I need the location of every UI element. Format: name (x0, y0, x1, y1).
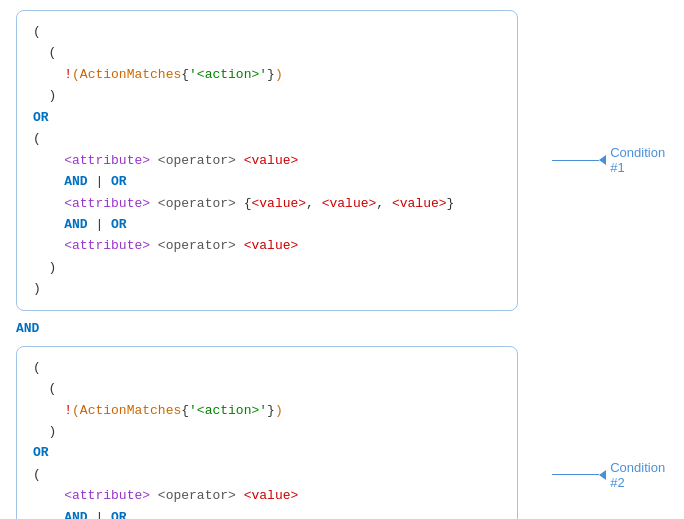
arrow-line-2 (552, 474, 599, 476)
code-line: ) (33, 85, 501, 106)
code-line: !(ActionMatches{'<action>'}) (33, 400, 501, 421)
arrow-line-1 (552, 160, 599, 162)
condition-block-2: ( ( !(ActionMatches{'<action>'}) ) OR ( … (16, 346, 518, 519)
code-line: ( (33, 42, 501, 63)
arrow-head-1 (599, 155, 606, 165)
code-line: ) (33, 278, 501, 299)
code-line: ( (33, 21, 501, 42)
code-line: ) (33, 421, 501, 442)
code-line: AND | OR (33, 214, 501, 235)
code-line: <attribute> <operator> <value> (33, 150, 501, 171)
and-separator: AND (16, 321, 518, 336)
condition-1-text: Condition #1 (610, 145, 673, 175)
code-line: ( (33, 357, 501, 378)
code-line: <attribute> <operator> <value> (33, 485, 501, 506)
code-line: !(ActionMatches{'<action>'}) (33, 64, 501, 85)
code-line: ( (33, 464, 501, 485)
condition-2-text: Condition #2 (610, 460, 673, 490)
condition-block-1: ( ( !(ActionMatches{'<action>'}) ) OR ( … (16, 10, 518, 311)
arrow-head-2 (599, 470, 606, 480)
code-line: ( (33, 128, 501, 149)
code-line: AND | OR (33, 171, 501, 192)
code-line: <attribute> <operator> {<value>, <value>… (33, 193, 501, 214)
code-line: AND | OR (33, 507, 501, 519)
code-line: ) (33, 257, 501, 278)
condition-2-label: Condition #2 (552, 460, 673, 490)
code-line: <attribute> <operator> <value> (33, 235, 501, 256)
condition-1-label: Condition #1 (552, 145, 673, 175)
code-line: OR (33, 107, 501, 128)
code-line: ( (33, 378, 501, 399)
code-line: OR (33, 442, 501, 463)
